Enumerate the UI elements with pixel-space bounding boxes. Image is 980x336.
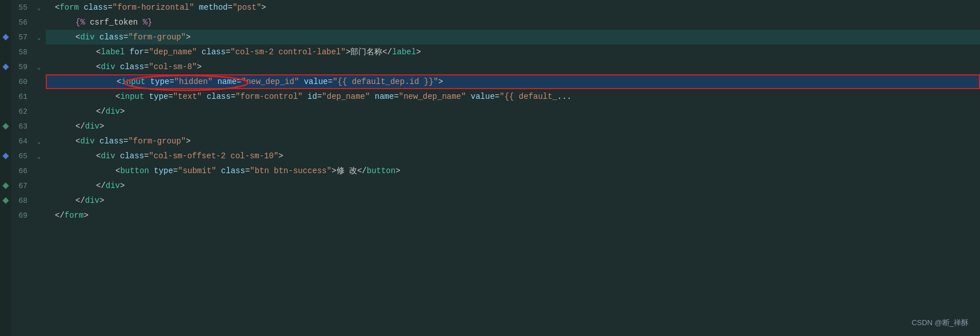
fold-62 (32, 104, 46, 119)
line-icon-65 (0, 149, 11, 163)
fold-64[interactable]: ⌄ (32, 134, 46, 149)
fold-58 (32, 45, 46, 59)
linenum-69: 69 (11, 208, 32, 223)
code-line-66: <button type="submit" class="btn btn-suc… (46, 163, 980, 178)
line-icon-55 (0, 0, 11, 15)
code-line-62: </div> (46, 104, 980, 119)
fold-61 (32, 89, 46, 104)
fold-60 (32, 74, 46, 89)
linenum-65: 65 (11, 149, 32, 163)
fold-66 (32, 163, 46, 178)
line-numbers: 55 56 57 58 59 60 61 62 63 64 65 66 67 6… (11, 0, 32, 336)
linenum-62: 62 (11, 104, 32, 119)
code-area[interactable]: <form class="form-horizontal" method="po… (46, 0, 980, 336)
code-line-56: {% csrf_token %} (46, 15, 980, 30)
linenum-68: 68 (11, 193, 32, 208)
fold-65[interactable]: ⌄ (32, 149, 46, 163)
code-line-68: </div> (46, 193, 980, 208)
linenum-58: 58 (11, 45, 32, 59)
fold-69 (32, 208, 46, 223)
linenum-64: 64 (11, 134, 32, 149)
fold-56 (32, 15, 46, 30)
linenum-55: 55 (11, 0, 32, 15)
line-icon-59 (0, 59, 11, 74)
line-icon-66 (0, 163, 11, 178)
fold-68 (32, 193, 46, 208)
left-margin-icons (0, 0, 11, 336)
linenum-63: 63 (11, 119, 32, 134)
linenum-59: 59 (11, 59, 32, 74)
code-line-58: <label for="dep_name" class="col-sm-2 co… (46, 45, 980, 59)
linenum-57: 57 (11, 30, 32, 45)
fold-63 (32, 119, 46, 134)
line-icon-56 (0, 15, 11, 30)
line-icon-61 (0, 89, 11, 104)
fold-55[interactable]: ⌄ (32, 0, 46, 15)
fold-57[interactable]: ⌄ (32, 30, 46, 45)
linenum-56: 56 (11, 15, 32, 30)
watermark: CSDN @断_禅酥 (911, 318, 969, 328)
line-icon-69 (0, 208, 11, 223)
line-icon-57 (0, 30, 11, 45)
line-icon-62 (0, 104, 11, 119)
linenum-60: 60 (11, 74, 32, 89)
code-line-60[interactable]: <input type="hidden" name="new_dep_id" v… (46, 74, 980, 89)
line-icon-64 (0, 134, 11, 149)
code-line-64: <div class="form-group"> (46, 134, 980, 149)
code-line-59: <div class="col-sm-8"> (46, 59, 980, 74)
code-line-57: <div class="form-group"> (46, 30, 980, 45)
fold-gutter: ⌄ ⌄ ⌄ ⌄ ⌄ (32, 0, 46, 336)
line-icon-58 (0, 45, 11, 59)
linenum-67: 67 (11, 178, 32, 193)
linenum-66: 66 (11, 163, 32, 178)
code-line-63: </div> (46, 119, 980, 134)
line-icon-63 (0, 119, 11, 134)
code-line-55: <form class="form-horizontal" method="po… (46, 0, 980, 15)
code-line-61: <input type="text" class="form-control" … (46, 89, 954, 104)
fold-67 (32, 178, 46, 193)
line-icon-68 (0, 193, 11, 208)
fold-59[interactable]: ⌄ (32, 59, 46, 74)
linenum-61: 61 (11, 89, 32, 104)
code-line-69: </form> (46, 208, 980, 223)
code-line-67: </div> (46, 178, 980, 193)
code-line-65: <div class="col-sm-offset-2 col-sm-10"> (46, 149, 980, 163)
line-icon-67 (0, 178, 11, 193)
editor-container: 55 56 57 58 59 60 61 62 63 64 65 66 67 6… (0, 0, 980, 336)
line-icon-60 (0, 74, 11, 89)
